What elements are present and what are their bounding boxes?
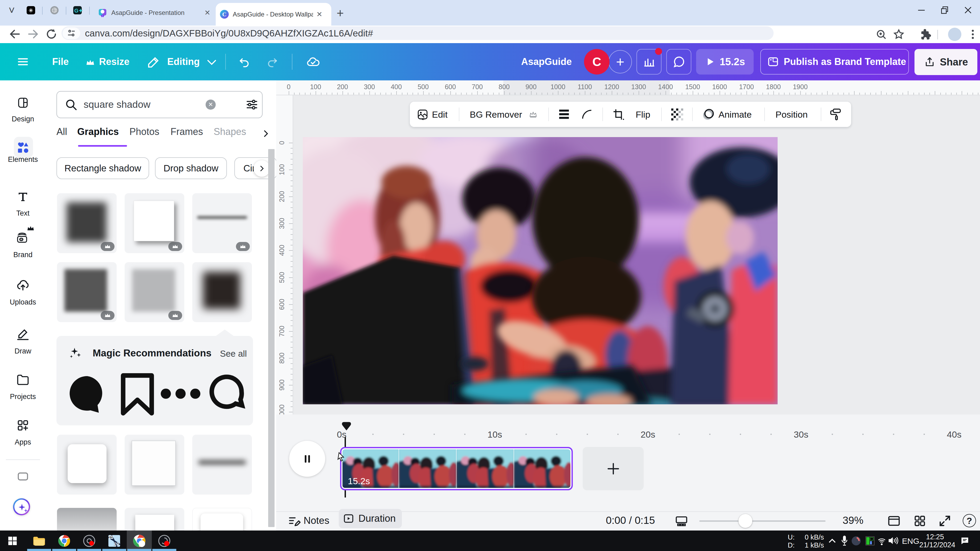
svg-text:co: co [20, 238, 23, 241]
svg-text:64: 64 [110, 535, 113, 539]
svg-text:10: 10 [114, 541, 119, 547]
svg-text:C: C [222, 11, 227, 17]
